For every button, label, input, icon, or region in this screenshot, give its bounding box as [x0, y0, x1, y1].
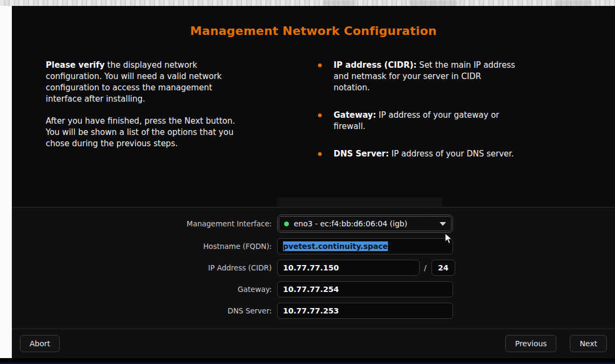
hint-item-ip: IP address (CIDR): Set the main IP addre…: [316, 60, 521, 94]
button-bar: Abort Previous Next: [12, 329, 615, 358]
row-ip-address: IP Address (CIDR) /: [123, 260, 615, 276]
row-management-interface: Management Interface: eno3 - ec:f4:bb:d6…: [123, 215, 615, 233]
row-gateway: Gateway:: [123, 281, 615, 297]
panel-edge-artifact: [277, 197, 442, 208]
dns-server-label: DNS Server:: [123, 306, 272, 315]
abort-button[interactable]: Abort: [20, 335, 60, 352]
management-interface-label: Management Interface:: [123, 219, 272, 228]
next-button[interactable]: Next: [570, 335, 607, 352]
row-dns-server: DNS Server:: [123, 303, 615, 319]
cidr-separator: /: [424, 263, 427, 272]
intro-text: Please verify the displayed network conf…: [46, 60, 237, 149]
installer-window: Management Network Configuration Please …: [12, 6, 615, 358]
management-interface-dropdown[interactable]: eno3 - ec:f4:bb:d6:06:04 (igb): [277, 215, 453, 233]
intro-paragraph-1: Please verify the displayed network conf…: [46, 60, 237, 105]
hint-list: IP address (CIDR): Set the main IP addre…: [316, 60, 521, 176]
bullet-icon: [318, 113, 322, 117]
gateway-input[interactable]: [277, 281, 453, 297]
background-texture: [409, 0, 457, 6]
network-form: Management Interface: eno3 - ec:f4:bb:d6…: [12, 208, 615, 329]
form-panel: Management Interface: eno3 - ec:f4:bb:d6…: [12, 207, 615, 358]
ip-address-input[interactable]: [277, 260, 420, 276]
hostname-input[interactable]: pvetest.continuity.space: [277, 238, 453, 254]
intro-paragraph-2: After you have finished, press the Next …: [46, 116, 237, 149]
ip-address-label: IP Address (CIDR): [123, 263, 272, 272]
background-photo-strip: [0, 0, 615, 6]
nav-buttons: Previous Next: [505, 335, 607, 352]
bullet-icon: [318, 63, 322, 67]
chevron-down-icon: [440, 222, 446, 226]
gateway-label: Gateway:: [123, 285, 272, 294]
previous-button[interactable]: Previous: [505, 335, 556, 352]
nic-status-green-dot-icon: [284, 222, 289, 226]
intro-bold-lead: Please verify: [46, 60, 105, 70]
background-texture: [554, 0, 592, 6]
hostname-label: Hostname (FQDN):: [123, 242, 272, 251]
background-texture: [323, 0, 355, 6]
page-title: Management Network Configuration: [12, 24, 615, 38]
selected-interface: eno3 - ec:f4:bb:d6:06:04 (igb): [294, 219, 407, 228]
row-hostname: Hostname (FQDN): pvetest.continuity.spac…: [123, 238, 615, 254]
hint-item-gateway: Gateway: IP address of your gateway or f…: [316, 110, 521, 132]
cidr-input[interactable]: [432, 260, 455, 276]
dns-server-input[interactable]: [277, 303, 453, 319]
selected-text: pvetest.continuity.space: [283, 241, 388, 251]
screen-bottom-bar: [0, 358, 615, 364]
hint-item-dns: DNS Server: IP address of your DNS serve…: [316, 148, 521, 160]
bullet-icon: [318, 152, 322, 156]
